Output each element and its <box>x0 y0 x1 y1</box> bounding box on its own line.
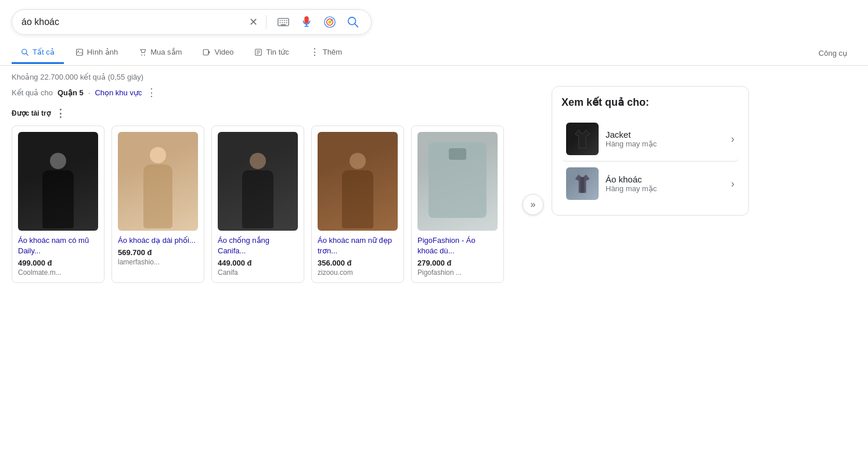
product-card-1[interactable]: Áo khoác dạ dài phối... 569.700 đ lamerf… <box>111 126 204 283</box>
right-content: Xem kết quả cho: Jacket Hàng may mặc › <box>552 86 856 283</box>
product-price-1: 569.700 đ <box>118 248 198 257</box>
nav-tabs: Tất cả Hình ảnh Mua sắm Video Tin tức ⋮ … <box>0 40 868 66</box>
product-image-3 <box>318 132 398 231</box>
sponsored-more-icon[interactable]: ⋮ <box>55 107 66 120</box>
suggestion-sub-1: Hàng may mặc <box>606 184 724 193</box>
keyboard-button[interactable] <box>275 13 292 31</box>
search-bar-container: ✕ <box>0 0 868 35</box>
product-price-3: 356.000 đ <box>318 259 398 267</box>
tab-video[interactable]: Video <box>193 41 243 64</box>
change-location-link[interactable]: Chọn khu vực <box>95 88 142 97</box>
suggestion-arrow-1: › <box>731 178 734 190</box>
product-title-0: Áo khoác nam có mũ Daily... <box>18 235 98 256</box>
suggestion-item-1[interactable]: Áo khoác Hàng may mặc › <box>561 162 739 206</box>
product-title-3: Áo khoác nam nữ đẹp trơn... <box>318 235 398 256</box>
product-price-2: 449.000 đ <box>218 259 298 267</box>
video-tab-icon <box>203 48 211 56</box>
image-tab-icon <box>75 48 84 56</box>
product-price-4: 279.000 đ <box>417 259 498 267</box>
product-title-1: Áo khoác dạ dài phối... <box>118 235 198 246</box>
location-bar: Kết quả cho Quận 5 · Chọn khu vực ⋮ <box>12 86 534 99</box>
products-row: Áo khoác nam có mũ Daily... 499.000 đ Co… <box>12 126 534 283</box>
search-bar: ✕ <box>12 9 372 35</box>
suggestion-image-1 <box>566 167 599 200</box>
tab-hinh-anh[interactable]: Hình ảnh <box>66 41 128 64</box>
tab-mua-sam[interactable]: Mua sắm <box>129 41 191 64</box>
news-tab-icon <box>254 48 262 56</box>
shopping-tab-icon <box>139 48 147 56</box>
suggestion-name-0: Jacket <box>606 130 724 139</box>
product-image-2 <box>218 132 298 231</box>
product-price-0: 499.000 đ <box>18 259 98 267</box>
product-source-1: lamerfashio... <box>118 258 198 266</box>
product-source-0: Coolmate.m... <box>18 268 98 277</box>
product-source-2: Canifa <box>218 268 298 277</box>
tools-button[interactable]: Công cụ <box>809 42 856 63</box>
suggestion-text-1: Áo khoác Hàng may mặc <box>606 174 724 193</box>
search-icon <box>347 16 359 28</box>
product-card-4[interactable]: PigoFashion - Áo khoác dù... 279.000 đ P… <box>411 126 504 283</box>
product-title-4: PigoFashion - Áo khoác dù... <box>417 235 498 256</box>
tab-tat-ca[interactable]: Tất cả <box>12 41 64 64</box>
search-tab-icon <box>21 48 29 56</box>
svg-marker-21 <box>208 51 210 54</box>
google-lens-icon <box>323 16 336 28</box>
svg-line-15 <box>26 53 28 55</box>
product-source-4: Pigofashion ... <box>417 268 498 277</box>
suggestion-image-0 <box>566 123 599 155</box>
clear-icon[interactable]: ✕ <box>249 16 258 28</box>
search-button[interactable] <box>344 13 362 31</box>
location-district: Quận 5 <box>57 88 84 97</box>
coat-thumbnail-icon <box>571 173 593 195</box>
svg-line-13 <box>355 24 358 27</box>
keyboard-icon <box>277 16 290 28</box>
svg-rect-20 <box>204 49 209 55</box>
lens-button[interactable] <box>321 13 338 31</box>
right-panel: Xem kết quả cho: Jacket Hàng may mặc › <box>552 86 749 216</box>
svg-rect-26 <box>581 177 584 193</box>
tab-them[interactable]: ⋮ Thêm <box>301 40 351 65</box>
product-image-0 <box>18 132 98 231</box>
suggestion-sub-0: Hàng may mặc <box>606 139 724 148</box>
divider <box>266 15 266 29</box>
location-more-icon[interactable]: ⋮ <box>146 86 157 99</box>
product-title-2: Áo chống nắng Canifa... <box>218 235 298 256</box>
product-image-4 <box>417 132 498 231</box>
suggestion-text-0: Jacket Hàng may mặc <box>606 130 724 148</box>
more-dots-icon: ⋮ <box>310 46 319 58</box>
right-panel-title: Xem kết quả cho: <box>561 96 739 109</box>
left-content: Kết quả cho Quận 5 · Chọn khu vực ⋮ Được… <box>12 86 534 283</box>
suggestion-name-1: Áo khoác <box>606 174 724 184</box>
location-separator: · <box>88 88 91 97</box>
svg-point-19 <box>144 54 145 55</box>
product-card-3[interactable]: Áo khoác nam nữ đẹp trơn... 356.000 đ zi… <box>311 126 404 283</box>
results-count: Khoảng 22.700.000 kết quả (0,55 giây) <box>0 66 868 86</box>
search-input[interactable] <box>21 17 243 27</box>
sponsored-label: Được tài trợ ⋮ <box>12 107 534 120</box>
location-prefix: Kết quả cho <box>12 88 53 97</box>
product-card-2[interactable]: Áo chống nắng Canifa... 449.000 đ Canifa <box>211 126 304 283</box>
main-content: Kết quả cho Quận 5 · Chọn khu vực ⋮ Được… <box>0 86 868 283</box>
tab-tin-tuc[interactable]: Tin tức <box>245 41 298 64</box>
product-card-0[interactable]: Áo khoác nam có mũ Daily... 499.000 đ Co… <box>12 126 105 283</box>
jacket-thumbnail-icon <box>571 128 593 150</box>
svg-point-18 <box>142 54 143 55</box>
microphone-icon <box>300 16 313 28</box>
suggestion-item-0[interactable]: Jacket Hàng may mặc › <box>561 117 739 162</box>
next-arrow-button[interactable]: » <box>523 194 543 215</box>
product-image-1 <box>118 132 198 231</box>
microphone-button[interactable] <box>298 13 315 31</box>
product-source-3: zizoou.com <box>318 268 398 277</box>
search-icons <box>275 13 362 31</box>
suggestion-arrow-0: › <box>731 133 734 145</box>
